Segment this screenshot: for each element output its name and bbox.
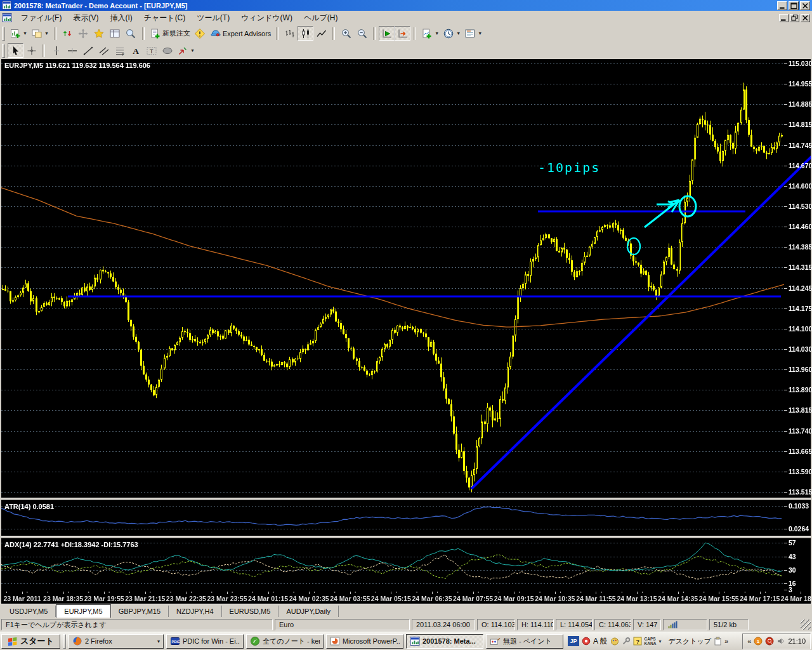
terminal-button[interactable] [107,26,123,41]
expert-advisors-button[interactable]: Expert Advisors [208,26,273,41]
time-axis-label: 23 Mar 18:35 [43,595,83,602]
restore-icon [790,14,799,22]
taskbar-button-notes[interactable]: 全てのノート - ken.. [246,634,324,649]
auto-scroll-button[interactable] [379,26,395,41]
menu-help[interactable]: ヘルプ(H) [298,11,344,25]
taskbar-button-pdic[interactable]: PDICPDIC for Win - Ei.. [166,634,244,649]
chart-shift-button[interactable] [395,26,410,41]
band-chevron-icon[interactable]: » [724,637,728,645]
taskbar-button-metatrader[interactable]: 2001578: Meta... [406,634,483,649]
equidistant-channel-icon [98,45,110,56]
windows-taskbar: スタート 2 Firefox▾PDICPDIC for Win - Ei..全て… [0,632,812,650]
price-axis-label: 113.890 [789,386,812,394]
metaeditor-button[interactable] [192,26,208,41]
child-close-button[interactable] [801,14,810,22]
new-order-button[interactable]: 新規注文 [148,26,192,41]
menu-charts[interactable]: チャート(C) [138,11,192,25]
ime-language-icon[interactable]: JP [568,636,579,646]
child-restore-button[interactable] [790,14,799,22]
profiles-icon [31,28,43,39]
horizontal-line-button[interactable] [64,43,80,58]
trendline-button[interactable] [80,43,96,58]
tab-gbpjpy-m15[interactable]: GBPJPY,M15 [111,606,169,617]
new-order-label: 新規注文 [162,29,190,38]
language-bar: JP A 般 ? CAPS KANA ▾ [566,633,663,649]
bar-chart-button[interactable] [282,26,298,41]
ime-options-icon[interactable]: ▾ [658,639,661,644]
price-axis-label: 114.030 [789,345,812,353]
powerpoint-icon [330,636,340,646]
menu-insert[interactable]: 挿入(I) [104,11,138,25]
vertical-line-button[interactable] [48,43,64,58]
toolbar-handle[interactable] [2,44,5,58]
taskbar-button-powerpoint[interactable]: Microsoft PowerP... [326,634,403,649]
tab-audjpy-daily[interactable]: AUDJPY,Daily [278,606,339,617]
taskbar-button-firefox[interactable]: 2 Firefox▾ [69,634,164,649]
text-label-button[interactable]: T [143,43,159,58]
start-button[interactable]: スタート [1,634,60,649]
market-watch-icon [62,28,73,39]
menu-file[interactable]: ファイル(F) [15,11,67,25]
resize-grip-icon[interactable] [801,620,811,630]
toolbar-separator [54,27,56,40]
toolbar-handle[interactable] [2,27,5,41]
ime-caps-kana-indicator[interactable]: CAPS KANA [645,637,657,646]
menu-view[interactable]: 表示(V) [67,11,104,25]
profiles-button[interactable]: ▼ [29,26,51,41]
auto-scroll-icon [381,28,393,39]
tab-nzdjpy-h4[interactable]: NZDJPY,H4 [169,606,221,617]
zoom-out-button[interactable] [354,26,370,41]
ime-mode-label[interactable]: A 般 [593,636,608,647]
periods-button[interactable]: ▼ [441,26,462,41]
menu-window[interactable]: ウィンドウ(W) [235,11,298,25]
new-chart-button[interactable]: ▼ [8,26,29,41]
ime-wrench-icon[interactable] [622,637,631,646]
ime-tool-icon[interactable] [582,637,591,646]
dropdown-arrow-icon: ▼ [190,48,195,53]
crosshair-button[interactable] [23,43,39,58]
templates-button[interactable]: ▼ [462,26,484,41]
taskbar-button-label: Microsoft PowerP... [343,637,400,645]
taskbar-button-paint[interactable]: 無題 - ペイント [486,634,563,649]
tab-eurjpy-m5[interactable]: EURJPY,M5 [56,604,110,618]
tray-chevron-icon[interactable]: « [747,637,751,645]
data-window-icon [77,28,89,39]
zoom-in-button[interactable] [338,26,354,41]
tray-app-icon[interactable] [765,637,774,646]
status-close: C: 114.063 [594,619,631,630]
fibonacci-retracement-button[interactable]: F [112,43,128,58]
taskbar-button-label: 2001578: Meta... [422,637,476,645]
market-watch-button[interactable] [60,26,75,41]
tab-eurusd-m5[interactable]: EURUSD,M5 [222,606,279,617]
tray-update-icon[interactable]: 1 [754,637,763,646]
close-button[interactable] [800,1,810,10]
status-high: H: 114.110 [517,619,554,630]
tab-usdjpy-m5[interactable]: USDJPY,M5 [2,606,56,617]
price-chart-canvas[interactable] [0,59,812,604]
templates-icon [464,28,476,39]
indicators-button[interactable]: ▼ [419,26,441,41]
line-chart-button[interactable] [313,26,329,41]
text-button[interactable]: A [128,43,143,58]
ime-help-icon[interactable]: ? [633,637,642,646]
minimize-button[interactable] [777,1,787,10]
chart-tabs-bar: USDJPY,M5EURJPY,M5GBPJPY,M15NZDJPY,H4EUR… [0,604,812,618]
strategy-tester-button[interactable] [123,26,139,41]
cursor-button[interactable] [8,43,23,58]
taskbar-band-handle[interactable] [63,634,66,649]
menu-tools[interactable]: ツール(T) [191,11,235,25]
navigator-button[interactable] [91,26,107,41]
ellipse-button[interactable] [159,43,175,58]
dropdown-arrow-icon: ▼ [478,31,482,36]
maximize-button[interactable] [789,1,799,10]
equidistant-channel-button[interactable] [96,43,112,58]
desktop-clipboard-icon[interactable] [714,637,722,646]
time-axis-label: 24 Mar 17:15 [740,595,780,602]
arrows-button[interactable]: ▼ [175,43,197,58]
desktop-toolbar[interactable]: デスクトップ » [665,637,731,646]
ime-palette-icon[interactable] [610,637,619,646]
child-minimize-button[interactable] [779,14,789,22]
data-window-button[interactable] [75,26,91,41]
candlestick-chart-button[interactable] [298,26,313,41]
tray-volume-icon[interactable] [776,637,785,646]
